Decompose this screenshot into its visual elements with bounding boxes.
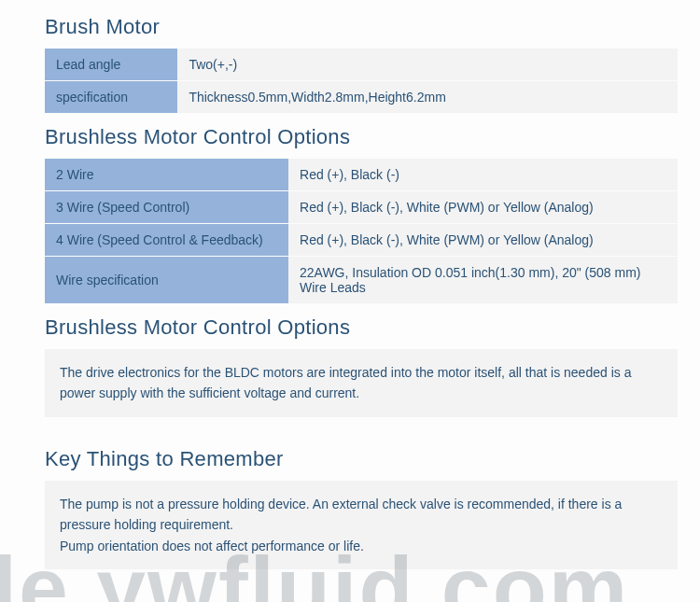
cell-label: 3 Wire (Speed Control) <box>45 191 288 224</box>
cell-label: Wire specification <box>45 257 288 304</box>
cell-label: 2 Wire <box>45 159 288 191</box>
table-brush-motor: Lead angle Two(+,-) specification Thickn… <box>45 49 678 114</box>
table-brushless-options: 2 Wire Red (+), Black (-) 3 Wire (Speed … <box>45 159 678 304</box>
cell-value: Red (+), Black (-), White (PWM) or Yello… <box>288 191 678 224</box>
cell-label: 4 Wire (Speed Control & Feedback) <box>45 224 288 257</box>
info-text-key-things: The pump is not a pressure holding devic… <box>45 481 678 569</box>
table-row: 2 Wire Red (+), Black (-) <box>45 159 678 191</box>
section-title-brushless-options-2: Brushless Motor Control Options <box>45 315 678 340</box>
table-row: specification Thickness0.5mm,Width2.8mm,… <box>45 81 678 114</box>
info-text-drive-electronics: The drive electronics for the BLDC motor… <box>45 349 678 417</box>
cell-value: 22AWG, Insulation OD 0.051 inch(1.30 mm)… <box>288 257 678 304</box>
cell-label: Lead angle <box>45 49 177 81</box>
table-row: Lead angle Two(+,-) <box>45 49 678 81</box>
cell-value: Red (+), Black (-), White (PWM) or Yello… <box>288 224 678 257</box>
cell-value: Red (+), Black (-) <box>288 159 678 191</box>
table-row: Wire specification 22AWG, Insulation OD … <box>45 257 678 304</box>
section-title-brush-motor: Brush Motor <box>45 15 678 39</box>
section-title-key-things: Key Things to Remember <box>45 447 678 471</box>
section-title-brushless-options: Brushless Motor Control Options <box>45 125 678 149</box>
cell-value: Thickness0.5mm,Width2.8mm,Height6.2mm <box>177 81 678 114</box>
cell-label: specification <box>45 81 177 114</box>
table-row: 4 Wire (Speed Control & Feedback) Red (+… <box>45 224 678 257</box>
table-row: 3 Wire (Speed Control) Red (+), Black (-… <box>45 191 678 224</box>
cell-value: Two(+,-) <box>177 49 678 81</box>
